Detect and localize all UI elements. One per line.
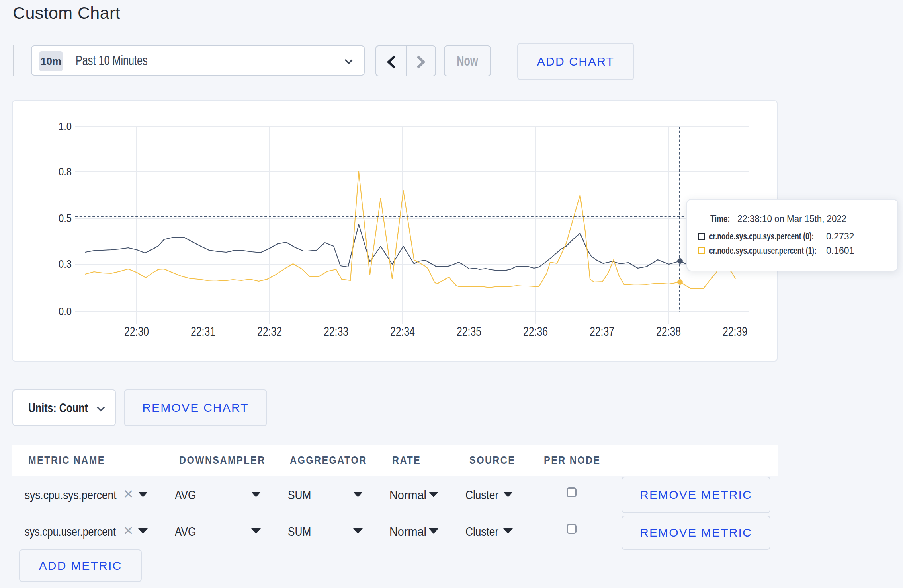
svg-text:22:36: 22:36: [523, 325, 548, 339]
svg-text:0.3: 0.3: [59, 258, 72, 270]
svg-text:0.8: 0.8: [59, 165, 72, 178]
svg-text:1.0: 1.0: [59, 120, 72, 132]
svg-text:0.5: 0.5: [59, 212, 72, 224]
svg-text:22:33: 22:33: [324, 325, 348, 339]
svg-text:22:35: 22:35: [457, 325, 481, 339]
svg-text:0.0: 0.0: [59, 305, 72, 317]
svg-text:22:34: 22:34: [390, 325, 415, 339]
svg-text:22:37: 22:37: [590, 325, 614, 339]
svg-text:22:32: 22:32: [257, 325, 282, 339]
svg-text:22:39: 22:39: [723, 325, 747, 339]
svg-text:22:30: 22:30: [124, 325, 149, 339]
svg-text:22:38: 22:38: [656, 325, 681, 339]
svg-text:22:31: 22:31: [191, 325, 215, 339]
